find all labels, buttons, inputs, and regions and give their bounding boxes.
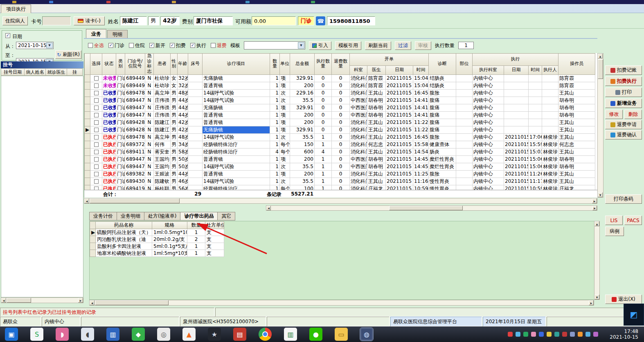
scroll-right-button[interactable]: ▶ (78, 298, 83, 303)
scroll-right-button[interactable]: ▶ (592, 206, 597, 210)
refund-confirm-button[interactable]: 退费确认 (605, 130, 642, 140)
row-checkbox[interactable] (94, 179, 99, 184)
import-button[interactable]: 引入 (309, 41, 331, 50)
case-button[interactable]: 病例 (605, 227, 624, 236)
taskbar-clock[interactable]: 17:48 2021-10-15 (610, 328, 638, 340)
card-no-input[interactable] (42, 16, 71, 25)
tray-icon-12[interactable] (593, 332, 598, 337)
row-checkbox[interactable] (94, 135, 99, 140)
tray-icon-7[interactable] (554, 332, 559, 337)
refund-apply-button[interactable]: 退费申请 (605, 120, 642, 129)
tray-icon-6[interactable] (547, 332, 552, 337)
tab-诊疗带出药品[interactable]: 诊疗带出药品 (180, 212, 217, 220)
tray-icon-11[interactable] (585, 332, 590, 337)
row-checkbox[interactable] (94, 172, 99, 176)
refresh-button[interactable]: ↻ 刷新(R) (55, 50, 81, 59)
tab-其它[interactable]: 其它 (217, 212, 235, 220)
scroll-up-button[interactable]: ▲ (594, 221, 599, 226)
tray-icon-2[interactable] (516, 332, 520, 337)
corner-app-icon[interactable]: ◩ (624, 304, 644, 326)
filter-checkbox-执行[interactable]: 执行 (190, 42, 206, 49)
tray-icon-3[interactable] (523, 332, 528, 337)
table-row[interactable]: 已执行门诊6894478N王国均男50岁14碳呼气试验1次35.510中西医门胡… (85, 163, 595, 170)
row-checkbox[interactable] (94, 106, 99, 110)
audit-button[interactable]: 审核 (415, 41, 431, 50)
checkbox[interactable] (149, 43, 154, 48)
registry-list-body[interactable] (1, 76, 83, 297)
filter-checkbox-扣费[interactable]: 扣费 (170, 42, 186, 49)
drug-table-row[interactable]: 盐酸利多卡因注射液5ml:0.1g*5支/1支 (90, 243, 224, 250)
explorer-icon[interactable]: ▭ (335, 328, 348, 341)
row-checkbox[interactable] (94, 113, 99, 117)
scroll-left-button[interactable]: ◀ (1, 298, 6, 303)
tab-detail[interactable]: 明细 (107, 30, 128, 38)
drug-table-row[interactable]: 地塞米松磷酸钠注射液1ml:5mg*10支/1支 (90, 250, 224, 257)
tray-icon-8[interactable] (562, 332, 567, 337)
chart-icon[interactable]: ▥ (284, 328, 297, 341)
table-row[interactable]: 已收费门诊6894782N高立坤男48岁14碳呼气试验1次229.1600消化科… (85, 89, 595, 97)
date-checkbox[interactable] (5, 33, 10, 38)
table-row[interactable]: 已执行门诊6894782N高立坤男48岁14碳呼气试验1次35.510消化科门王… (85, 133, 595, 141)
vlc-icon[interactable]: ▲ (182, 328, 196, 341)
table-row[interactable]: ▶已收费门诊6894282N陈建江男42岁无痛肠镜1项329.9100消化科门王… (85, 126, 595, 133)
scroll-right-button[interactable]: ▶ (589, 300, 594, 305)
tray-icon-4[interactable] (531, 332, 536, 337)
row-checkbox[interactable] (94, 150, 99, 154)
search-tool-icon[interactable]: ◎ (157, 328, 170, 341)
grid-vscrollbar[interactable]: ▲ ▼ (597, 53, 603, 198)
filter-checkbox-新开[interactable]: 新开 (149, 42, 165, 49)
exit-button[interactable]: 退出(X) (605, 295, 642, 304)
deduct-execute-button[interactable]: 扣费执行 (605, 76, 642, 86)
database-icon[interactable]: ▤ (233, 328, 246, 341)
row-checkbox[interactable] (94, 83, 99, 88)
table-row[interactable]: 已收费门诊6894282N陈建江男42岁普通胃镜1项20000消化科门王其山20… (85, 119, 595, 126)
table-row[interactable]: 已收费门诊6894475N庄伟强男44岁普通胃镜1项20000中西医门胡春明20… (85, 111, 595, 119)
scroll-right-button[interactable]: ▶ (592, 198, 597, 203)
tab-业务明细[interactable]: 业务明细 (117, 212, 144, 220)
tray-icon-1[interactable] (508, 332, 513, 337)
row-checkbox[interactable] (94, 164, 99, 169)
registry-hscrollbar[interactable]: ◀ ▶ (1, 297, 83, 303)
scroll-thumb[interactable] (7, 298, 31, 303)
scroll-thumb[interactable] (95, 300, 169, 305)
refresh-current-button[interactable]: 刷新当前 (365, 41, 391, 50)
row-checkbox[interactable] (94, 142, 99, 147)
new-business-button[interactable]: 新增业务 (605, 99, 642, 108)
table-row[interactable]: 已收费门诊6894475N庄伟强男44岁14碳呼气试验1次35.500中西医门胡… (85, 97, 595, 104)
modify-button[interactable]: 修改 (605, 110, 623, 119)
table-row[interactable]: 已执行门诊6894478N王国均男50岁普通胃镜1项20010中西医门胡春明20… (85, 155, 595, 163)
drug-table-row[interactable]: 丙泊酚乳状注射液（迪20ml:0.2g/支2支 (90, 236, 224, 243)
scroll-left-button[interactable]: ◀ (90, 300, 95, 305)
table-row[interactable]: 已执行门诊6893826N王姬波男44岁普通胃镜1项20010消化科门王其山20… (85, 170, 595, 178)
checkbox[interactable] (129, 43, 134, 48)
scroll-down-button[interactable]: ▼ (594, 295, 599, 299)
drug-table-row[interactable]: ▶硫酸阿托品注射液（天）1ml:0.5mg*10支1支 (90, 229, 224, 236)
tray-icon-9[interactable] (570, 332, 575, 337)
template-ref-button[interactable]: 模板引用 (335, 41, 361, 50)
registry-column-header[interactable]: 就诊医生 (46, 68, 67, 76)
from-date-dropdown[interactable]: 2021-10-15 (16, 42, 54, 49)
delete-button[interactable]: 删除 (624, 110, 642, 119)
registry-column-header[interactable]: 挂号日期 (1, 68, 25, 76)
scroll-left-button[interactable]: ◀ (84, 198, 89, 203)
tab-业务计价[interactable]: 业务计价 (89, 212, 117, 220)
scroll-thumb[interactable] (598, 59, 603, 79)
row-checkbox[interactable] (94, 76, 99, 81)
scroll-down-button[interactable]: ▼ (598, 192, 603, 197)
checkbox[interactable] (108, 43, 113, 48)
template-combobox[interactable] (244, 41, 305, 50)
scroll-thumb[interactable] (389, 206, 463, 210)
tab-business[interactable]: 业务 (86, 29, 106, 38)
filter-checkbox-退费[interactable]: 退费 (211, 42, 227, 49)
read-card-button[interactable]: 读卡(-) (74, 16, 105, 25)
scroll-left-button[interactable]: ◀ (266, 206, 271, 210)
devices-icon[interactable]: ▥ (106, 328, 119, 341)
contacts-icon[interactable]: ◗ (56, 328, 69, 341)
deduct-ledger-button[interactable]: 扣费记账 (605, 65, 642, 75)
table-row[interactable]: 未收费门诊6894493N杜幼珍女32岁无痛肠镜1项329.9100消化科门陈育… (85, 74, 595, 82)
pacs-button[interactable]: PACS (624, 216, 642, 225)
wechat-icon[interactable]: ● (309, 328, 322, 341)
checkbox[interactable] (88, 43, 93, 48)
scroll-thumb[interactable] (90, 198, 180, 203)
ultraviewer-icon[interactable]: S (30, 328, 43, 341)
